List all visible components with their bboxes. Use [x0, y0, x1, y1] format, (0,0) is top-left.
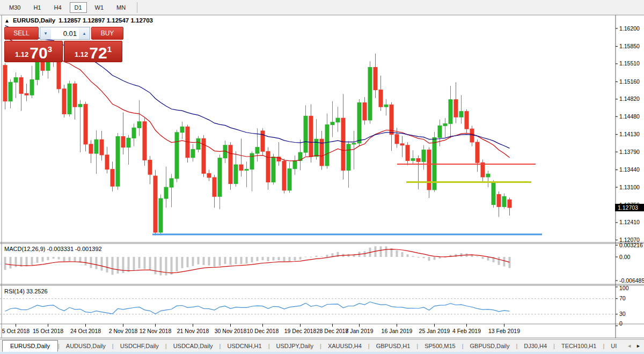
svg-text:0.003216: 0.003216 [619, 242, 643, 248]
sell-button[interactable]: SELL [4, 27, 39, 40]
volume-stepper[interactable]: ▾ 0.01 ▴ [40, 27, 90, 40]
timeframe-toolbar: M30H1H4D1W1MN [0, 0, 644, 15]
symbol-tab-gbpusd-h1[interactable]: GBPUSD,H1 [370, 341, 417, 351]
svg-text:30: 30 [619, 311, 626, 317]
sell-price-sup: 3 [48, 45, 52, 54]
buy-price-big: 72 [89, 46, 107, 60]
one-click-trading-panel: SELL ▾ 0.01 ▴ BUY 1.12 70 3 1.12 72 1 [4, 27, 123, 62]
macd-label: MACD(12,26,9) -0.003331 -0.001392 [4, 246, 102, 252]
symbol-tab-eurusd-daily[interactable]: EURUSD,Daily [2, 340, 58, 352]
svg-text:1.12703: 1.12703 [618, 204, 638, 211]
svg-text:1.13440: 1.13440 [619, 166, 640, 173]
svg-text:10 Dec 2018: 10 Dec 2018 [247, 328, 279, 334]
symbol-tab-usdjpy-daily[interactable]: USDJPY,Daily [270, 341, 320, 351]
rsi-label: RSI(14) 33.2526 [4, 288, 48, 294]
svg-text:12 Nov 2018: 12 Nov 2018 [140, 328, 172, 334]
svg-text:7 Jan 2019: 7 Jan 2019 [346, 328, 374, 334]
timeframe-button-m30[interactable]: M30 [4, 2, 25, 13]
svg-text:24 Oct 2018: 24 Oct 2018 [70, 328, 101, 334]
tab-scroll-left-icon[interactable]: ◄ [627, 343, 632, 349]
symbol-tab-dj30-h4[interactable]: DJ30,H4 [517, 341, 553, 351]
svg-text:1.14480: 1.14480 [619, 113, 640, 120]
svg-text:1.14820: 1.14820 [619, 95, 640, 102]
symbol-marker-icon: ▲ [4, 18, 10, 24]
chart-title-ohlc: 1.12857 1.12897 1.12547 1.12703 [58, 17, 153, 24]
symbol-tab-sp500-m15[interactable]: SP500,M15 [418, 341, 462, 351]
svg-text:1.15510: 1.15510 [619, 60, 640, 67]
svg-text:1.13100: 1.13100 [619, 184, 640, 190]
symbol-tab-usdcad-daily[interactable]: USDCAD,Daily [167, 341, 219, 351]
symbol-tab-usdcnh-h1[interactable]: USDCNH,H1 [221, 341, 268, 351]
svg-text:1.15850: 1.15850 [619, 43, 640, 49]
svg-text:2 Nov 2018: 2 Nov 2018 [109, 328, 138, 334]
svg-text:1.15160: 1.15160 [619, 78, 640, 85]
timeframe-button-w1[interactable]: W1 [90, 2, 109, 13]
timeframe-button-mn[interactable]: MN [112, 2, 130, 13]
volume-decrease-icon[interactable]: ▾ [40, 27, 51, 39]
toolbar-separator [137, 2, 137, 13]
sell-quote-button[interactable]: 1.12 70 3 [4, 41, 63, 62]
symbol-tab-audusd-daily[interactable]: AUDUSD,Daily [60, 341, 112, 351]
svg-text:0.00: 0.00 [619, 254, 631, 260]
svg-text:70: 70 [619, 295, 626, 301]
svg-text:25 Jan 2019: 25 Jan 2019 [419, 328, 450, 334]
symbol-tab-usdchf-daily[interactable]: USDCHF,Daily [114, 341, 165, 351]
svg-text:0: 0 [619, 320, 623, 327]
volume-increase-icon[interactable]: ▴ [79, 27, 90, 39]
svg-text:1.16200: 1.16200 [619, 25, 640, 32]
sell-price-prefix: 1.12 [15, 50, 28, 58]
timeframe-button-h1[interactable]: H1 [28, 2, 46, 13]
svg-text:16 Jan 2019: 16 Jan 2019 [382, 328, 413, 334]
symbol-tab-ui[interactable]: UI [604, 341, 623, 351]
svg-text:21 Nov 2018: 21 Nov 2018 [177, 328, 209, 334]
buy-price-prefix: 1.12 [75, 50, 88, 58]
svg-text:5 Oct 2018: 5 Oct 2018 [2, 328, 30, 334]
symbol-tab-tech100-h1[interactable]: TECH100,H1 [555, 341, 603, 351]
svg-text:19 Dec 2018: 19 Dec 2018 [284, 328, 317, 334]
chart-title-symbol: EURUSD,Daily [13, 17, 55, 24]
svg-text:30 Nov 2018: 30 Nov 2018 [215, 328, 247, 334]
symbol-tab-gbpusd-daily[interactable]: GBPUSD,Daily [463, 341, 516, 351]
tab-scroll-right-icon[interactable]: ► [636, 343, 641, 349]
symbol-tab-xauusd-h4[interactable]: XAUUSD,H4 [321, 341, 368, 351]
svg-text:15 Oct 2018: 15 Oct 2018 [33, 328, 63, 334]
sell-price-big: 70 [30, 46, 47, 60]
svg-text:1.13790: 1.13790 [619, 149, 640, 155]
svg-text:4 Feb 2019: 4 Feb 2019 [452, 328, 481, 334]
mt4-window: M30H1H4D1W1MN ▲ EURUSD,Daily 1.12857 1.1… [0, 0, 644, 354]
symbol-tab-bar: EURUSD,Daily|AUDUSD,Daily|USDCHF,Daily|U… [0, 339, 644, 352]
buy-price-sup: 1 [107, 45, 112, 54]
buy-quote-button[interactable]: 1.12 72 1 [64, 41, 122, 62]
tab-scroll-arrows: ◄► [627, 343, 644, 349]
chart-canvas[interactable]: 1.162001.158501.155101.151601.148201.144… [0, 15, 644, 339]
timeframe-button-h4[interactable]: H4 [49, 2, 66, 13]
svg-text:100: 100 [619, 285, 629, 291]
volume-value[interactable]: 0.01 [51, 27, 79, 39]
svg-text:13 Feb 2019: 13 Feb 2019 [488, 328, 520, 334]
timeframe-button-d1[interactable]: D1 [70, 2, 87, 13]
current-price-tag: 1.12703 [615, 204, 644, 211]
svg-text:1.14130: 1.14130 [619, 131, 640, 137]
chart-title: ▲ EURUSD,Daily 1.12857 1.12897 1.12547 1… [4, 17, 153, 24]
svg-text:-0.006485: -0.006485 [619, 277, 644, 284]
buy-button[interactable]: BUY [91, 27, 123, 40]
svg-text:1.12410: 1.12410 [619, 219, 640, 225]
svg-text:28 Dec 2018: 28 Dec 2018 [317, 328, 349, 334]
status-strip [0, 352, 644, 354]
